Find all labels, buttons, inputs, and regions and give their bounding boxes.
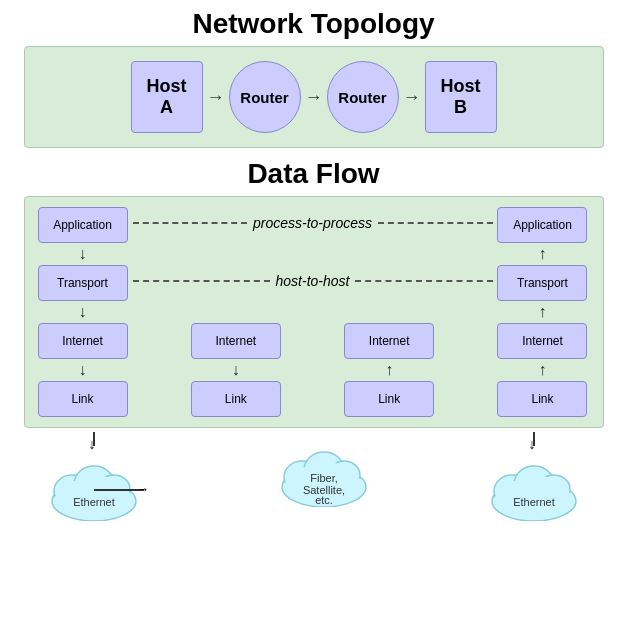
cloud-middle-svg: Fiber, Satellite, etc. xyxy=(274,442,374,507)
col-midright-app-space xyxy=(339,207,439,243)
arrow-row-3: ↓ ↓ ↑ ↑ xyxy=(33,361,593,379)
col-midleft-internet: Internet xyxy=(186,323,286,359)
cloud-right-svg: Ethernet xyxy=(484,456,584,521)
link-row: Link Link Link Link xyxy=(33,381,593,417)
arrow-1: → xyxy=(207,87,225,108)
right-link-box: Link xyxy=(497,381,587,417)
svg-text:Fiber,: Fiber, xyxy=(310,472,338,484)
left-internet-box: Internet xyxy=(38,323,128,359)
dataflow-panel: Application process-to-process Applicati… xyxy=(24,196,604,428)
transport-row: Transport host-to-host Transport xyxy=(33,265,593,301)
left-link-box: Link xyxy=(38,381,128,417)
col-midright-internet: Internet xyxy=(339,323,439,359)
col-right-app: Application xyxy=(492,207,592,243)
flow-layout: Application process-to-process Applicati… xyxy=(33,207,593,417)
svg-text:etc.: etc. xyxy=(315,494,333,506)
topology-title: Network Topology xyxy=(192,8,434,40)
col-left-app: Application xyxy=(33,207,133,243)
host-b: HostB xyxy=(425,61,497,133)
col-left-transport: Transport xyxy=(33,265,133,301)
svg-text:Ethernet: Ethernet xyxy=(513,496,555,508)
right-arr2: ↑ xyxy=(492,304,592,320)
col-left-internet: Internet xyxy=(33,323,133,359)
midleft-link-box: Link xyxy=(191,381,281,417)
router-1: Router xyxy=(229,61,301,133)
col-right-link: Link xyxy=(492,381,592,417)
col-midleft-link: Link xyxy=(186,381,286,417)
router-2: Router xyxy=(327,61,399,133)
midleft-internet-box: Internet xyxy=(191,323,281,359)
cloud-slot-left: ↓ Ethernet → xyxy=(44,432,144,491)
arrow-2: → xyxy=(305,87,323,108)
internet-row: Internet Internet Internet Internet xyxy=(33,323,593,359)
right-arr1: ↑ xyxy=(492,246,592,262)
right-application-box: Application xyxy=(497,207,587,243)
left-arr2: ↓ xyxy=(33,304,133,320)
left-application-box: Application xyxy=(38,207,128,243)
midright-link-box: Link xyxy=(344,381,434,417)
cloud-slot-middle: Fiber, Satellite, etc. xyxy=(274,432,374,507)
arrow-row-1: ↓ ↑ xyxy=(33,245,593,263)
application-row: Application process-to-process Applicati… xyxy=(33,207,593,243)
col-right-internet: Internet xyxy=(492,323,592,359)
cloud-slot-right: ↓ Ethernet xyxy=(484,432,584,521)
right-internet-box: Internet xyxy=(497,323,587,359)
midright-internet-box: Internet xyxy=(344,323,434,359)
left-transport-box: Transport xyxy=(38,265,128,301)
left-arr1: ↓ xyxy=(33,246,133,262)
col-midright-link: Link xyxy=(339,381,439,417)
dataflow-title: Data Flow xyxy=(247,158,379,190)
col-midleft-app-space xyxy=(186,207,286,243)
col-left-link: Link xyxy=(33,381,133,417)
topology-panel: HostA → Router → Router → HostB xyxy=(24,46,604,148)
col-right-transport: Transport xyxy=(492,265,592,301)
host-a: HostA xyxy=(131,61,203,133)
arrow-3: → xyxy=(403,87,421,108)
svg-text:Ethernet: Ethernet xyxy=(73,496,115,508)
arrow-row-2: ↓ ↑ xyxy=(33,303,593,321)
clouds-row: ↓ Ethernet → xyxy=(34,432,594,521)
main-container: Network Topology HostA → Router → Router… xyxy=(0,0,627,625)
right-transport-box: Transport xyxy=(497,265,587,301)
